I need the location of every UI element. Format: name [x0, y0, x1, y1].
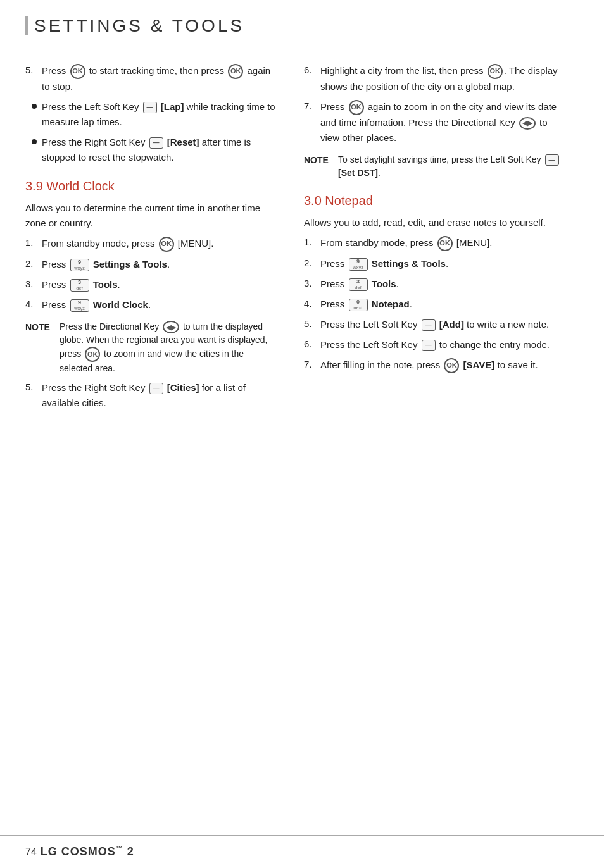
step-content: Highlight a city from the list, then pre… — [320, 63, 563, 94]
step-num: 5. — [25, 380, 39, 395]
footer-brand: LG COSMOS™ 2 — [41, 843, 134, 860]
step-num: 7. — [304, 357, 318, 372]
num-key-9-np: 9wxyz — [349, 258, 368, 271]
page-title: SETTINGS & TOOLS — [25, 16, 244, 35]
bullet-dot — [32, 104, 37, 109]
step-num: 3. — [25, 277, 39, 292]
note-text: To set daylight savings time, press the … — [338, 153, 563, 180]
footer-page-num: 74 — [25, 845, 37, 860]
step-content: Press 9wxyz World Clock. — [42, 297, 151, 313]
step-content: Press 3def Tools. — [320, 276, 399, 292]
ok-icon: OK — [349, 100, 364, 115]
step-content: From standby mode, press OK [MENU]. — [42, 236, 213, 252]
wc-step-6: 6. Highlight a city from the list, then … — [304, 63, 563, 94]
left-soft-key-icon: — — [422, 340, 436, 351]
np-step-2: 2. Press 9wxyz Settings & Tools. — [304, 256, 563, 271]
footer-tm: ™ — [116, 845, 123, 852]
header: SETTINGS & TOOLS — [0, 0, 604, 46]
step-num: 2. — [25, 257, 39, 271]
note-label: NOTE — [304, 153, 332, 167]
wc-step-1: 1. From standby mode, press OK [MENU]. — [25, 236, 279, 252]
left-soft-key-icon: — — [545, 154, 559, 166]
ok-icon: OK — [228, 64, 243, 79]
left-soft-key-icon: — — [143, 102, 157, 113]
np-step-6: 6. Press the Left Soft Key — to change t… — [304, 337, 563, 352]
directional-key-icon: ◀▶ — [519, 117, 536, 130]
left-column: 5. Press OK to start tracking time, then… — [0, 52, 291, 835]
step-content: Press 9wxyz Settings & Tools. — [320, 256, 448, 271]
step-num: 7. — [304, 99, 318, 114]
step-content: Press 3def Tools. — [42, 277, 120, 292]
np-step-1: 1. From standby mode, press OK [MENU]. — [304, 235, 563, 251]
step-num: 2. — [304, 256, 318, 271]
step-num: 6. — [304, 63, 318, 78]
np-step-3: 3. Press 3def Tools. — [304, 276, 563, 292]
ok-icon: OK — [488, 64, 503, 79]
step-num: 1. — [304, 235, 318, 250]
step-5-stopwatch: 5. Press OK to start tracking time, then… — [25, 63, 279, 94]
step-num: 4. — [25, 297, 39, 312]
left-soft-key-icon: — — [422, 319, 436, 331]
num-key-9: 9wxyz — [70, 259, 89, 271]
section-title-notepad: 3.0 Notepad — [304, 191, 563, 210]
content: 5. Press OK to start tracking time, then… — [0, 46, 604, 835]
np-step-7: 7. After filling in the note, press OK [… — [304, 357, 563, 373]
right-column: 6. Highlight a city from the list, then … — [291, 52, 582, 835]
step-num: 5. — [304, 317, 318, 332]
right-soft-key-icon: — — [149, 137, 163, 149]
note-directional: NOTE Press the Directional Key ◀▶ to tur… — [25, 320, 279, 375]
wc-step-4: 4. Press 9wxyz World Clock. — [25, 297, 279, 313]
step-content: Press OK again to zoom in on the city an… — [320, 99, 563, 146]
num-key-3: 3def — [70, 279, 89, 292]
num-key-0-np: 0next — [349, 299, 368, 311]
step-content: Press the Left Soft Key — to change the … — [320, 337, 550, 352]
wc-step-2: 2. Press 9wxyz Settings & Tools. — [25, 257, 279, 272]
num-key-3-np: 3def — [349, 278, 368, 291]
notepad-description: Allows you to add, read, edit, and erase… — [304, 215, 563, 230]
ok-icon: OK — [85, 347, 100, 362]
bullet-content: Press the Left Soft Key — [Lap] while tr… — [42, 99, 279, 130]
num-key-9-wc: 9wxyz — [70, 299, 89, 312]
np-step-4: 4. Press 0next Notepad. — [304, 297, 563, 312]
ok-icon: OK — [159, 237, 174, 252]
step-content: Press 0next Notepad. — [320, 297, 412, 312]
step-num: 6. — [304, 337, 318, 352]
ok-icon: OK — [444, 358, 459, 373]
step-content: Press 9wxyz Settings & Tools. — [42, 257, 170, 272]
note-dst: NOTE To set daylight savings time, press… — [304, 153, 563, 180]
step-num: 3. — [304, 276, 318, 291]
step-content: From standby mode, press OK [MENU]. — [320, 235, 492, 251]
wc-step-7: 7. Press OK again to zoom in on the city… — [304, 99, 563, 146]
note-text: Press the Directional Key ◀▶ to turn the… — [60, 320, 279, 375]
note-label: NOTE — [25, 320, 53, 334]
step-num: 5. — [25, 63, 39, 78]
footer: 74 LG COSMOS™ 2 — [0, 835, 604, 868]
ok-icon: OK — [437, 236, 453, 251]
wc-step-3: 3. Press 3def Tools. — [25, 277, 279, 292]
step-num: 1. — [25, 236, 39, 251]
ok-icon: OK — [70, 64, 85, 79]
bullet-reset: Press the Right Soft Key — [Reset] after… — [32, 135, 279, 165]
np-step-5: 5. Press the Left Soft Key — [Add] to wr… — [304, 317, 563, 332]
directional-key-icon: ◀▶ — [163, 321, 179, 333]
step-content: After filling in the note, press OK [SAV… — [320, 357, 538, 373]
bullet-dot — [32, 139, 37, 144]
right-soft-key-icon: — — [149, 383, 163, 394]
wc-step-5: 5. Press the Right Soft Key — [Cities] f… — [25, 380, 279, 411]
world-clock-description: Allows you to determine the current time… — [25, 201, 279, 231]
bullet-lap: Press the Left Soft Key — [Lap] while tr… — [32, 99, 279, 130]
bullet-content: Press the Right Soft Key — [Reset] after… — [42, 135, 279, 165]
step-content: Press OK to start tracking time, then pr… — [42, 63, 279, 94]
step-content: Press the Left Soft Key — [Add] to write… — [320, 317, 549, 332]
page: SETTINGS & TOOLS 5. Press OK to start tr… — [0, 0, 604, 868]
section-title-world-clock: 3.9 World Clock — [25, 177, 279, 195]
step-num: 4. — [304, 297, 318, 311]
step-content: Press the Right Soft Key — [Cities] for … — [42, 380, 279, 411]
